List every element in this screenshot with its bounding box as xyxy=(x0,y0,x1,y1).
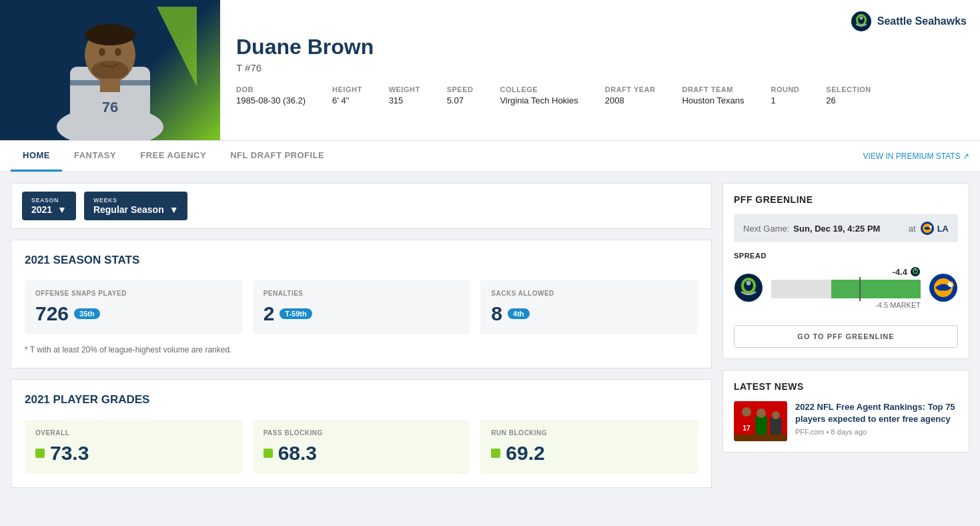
greenline-card: PFF GREENLINE Next Game: Sun, Dec 19, 4:… xyxy=(722,183,969,359)
meta-selection: SELECTION 26 xyxy=(826,85,871,105)
svg-point-8 xyxy=(85,24,135,45)
seahawks-spread-logo xyxy=(734,273,763,302)
seahawks-logo-icon xyxy=(851,11,872,32)
stat-sacks-allowed: SACKS ALLOWED 8 4th xyxy=(480,280,698,334)
spread-section: SPREAD -4.4 xyxy=(734,252,958,309)
meta-weight: WEIGHT 315 xyxy=(389,85,420,105)
sacks-rank-badge: 4th xyxy=(508,308,530,319)
latest-news-title: LATEST NEWS xyxy=(734,381,958,392)
navigation-tabs: HOME FANTASY FREE AGENCY NFL DRAFT PROFI… xyxy=(0,141,980,172)
team-badge[interactable]: Seattle Seahawks xyxy=(851,11,967,32)
season-dropdown-arrow: ▼ xyxy=(57,204,67,215)
svg-point-36 xyxy=(772,411,780,419)
stats-grid: OFFENSE SNAPS PLAYED 726 35th PENALTIES … xyxy=(25,280,698,334)
rams-logo-icon xyxy=(920,221,935,236)
left-panel: SEASON 2021 ▼ WEEKS Regular Season ▼ 202… xyxy=(11,183,712,488)
season-dropdown[interactable]: SEASON 2021 ▼ xyxy=(22,192,76,220)
tab-home[interactable]: HOME xyxy=(11,141,62,172)
next-game-bar: Next Game: Sun, Dec 19, 4:25 PM at LA xyxy=(734,214,958,242)
run-block-grade-dot xyxy=(491,449,500,458)
spread-market-label: -4.5 MARKET xyxy=(771,301,921,309)
news-headline: 2022 NFL Free Agent Rankings: Top 75 pla… xyxy=(795,401,958,425)
svg-point-34 xyxy=(757,409,766,418)
grade-run-blocking: RUN BLOCKING 69.2 xyxy=(480,420,698,474)
player-meta: DOB 1985-08-30 (36.2) HEIGHT 6' 4" WEIGH… xyxy=(236,85,964,105)
tab-nfl-draft-profile[interactable]: NFL DRAFT PROFILE xyxy=(218,141,336,172)
grade-overall: OVERALL 73.3 xyxy=(25,420,242,474)
svg-rect-35 xyxy=(770,418,782,435)
season-stats-card: 2021 SEASON STATS OFFENSE SNAPS PLAYED 7… xyxy=(11,240,712,368)
svg-marker-0 xyxy=(157,7,197,87)
meta-draft-team: DRAFT TEAM Houston Texans xyxy=(682,85,744,105)
rams-spread-logo xyxy=(929,273,958,302)
right-panel: PFF GREENLINE Next Game: Sun, Dec 19, 4:… xyxy=(722,183,969,488)
svg-point-6 xyxy=(115,48,121,56)
meta-dob: DOB 1985-08-30 (36.2) xyxy=(236,85,306,105)
main-content: SEASON 2021 ▼ WEEKS Regular Season ▼ 202… xyxy=(0,172,980,499)
spread-bar-container: -4.4 - xyxy=(734,266,958,309)
meta-round: ROUND 1 xyxy=(771,85,799,105)
svg-point-17 xyxy=(929,226,932,228)
penalties-rank-badge: T-59th xyxy=(280,308,312,319)
svg-rect-9 xyxy=(100,79,120,92)
svg-text:76: 76 xyxy=(102,99,118,115)
season-stats-title: 2021 SEASON STATS xyxy=(25,254,698,267)
meta-speed: SPEED 5.07 xyxy=(447,85,474,105)
svg-text:17: 17 xyxy=(743,425,751,432)
team-name: Seattle Seahawks xyxy=(877,15,967,27)
news-text: 2022 NFL Free Agent Rankings: Top 75 pla… xyxy=(795,401,958,436)
svg-point-25 xyxy=(915,269,916,270)
player-position: T #76 xyxy=(236,62,964,73)
player-silhouette-svg: 76 xyxy=(23,7,197,140)
player-header: 76 Duane Brown T #76 DOB 1985-08-30 (36.… xyxy=(0,0,980,141)
news-item[interactable]: 17 2022 NFL Free Agent Rankings: Top 75 … xyxy=(734,401,958,441)
news-source: PFF.com • 8 days ago xyxy=(795,428,958,436)
news-thumbnail: 17 xyxy=(734,401,787,441)
greenline-title: PFF GREENLINE xyxy=(734,194,958,205)
player-name: Duane Brown xyxy=(236,35,964,59)
player-photo-container: 76 xyxy=(0,0,220,140)
weeks-dropdown[interactable]: WEEKS Regular Season ▼ xyxy=(84,192,188,220)
filter-row: SEASON 2021 ▼ WEEKS Regular Season ▼ xyxy=(11,183,712,229)
spread-divider xyxy=(859,277,861,301)
player-grades-title: 2021 PLAYER GRADES xyxy=(25,393,698,407)
latest-news-card: LATEST NEWS 17 xyxy=(722,370,969,453)
svg-point-21 xyxy=(747,281,751,286)
spread-bar-fill xyxy=(831,280,921,298)
grades-grid: OVERALL 73.3 PASS BLOCKING 68.3 RUN BLOC… xyxy=(25,420,698,474)
premium-stats-link[interactable]: VIEW IN PREMIUM STATS ↗ xyxy=(863,152,969,161)
tab-fantasy[interactable]: FANTASY xyxy=(62,141,128,172)
pass-block-grade-dot xyxy=(264,449,273,458)
meta-college: COLLEGE Virginia Tech Hokies xyxy=(500,85,578,105)
meta-height: HEIGHT 6' 4" xyxy=(332,85,362,105)
svg-point-7 xyxy=(91,61,129,79)
stats-note: * T with at least 20% of league-highest … xyxy=(25,345,698,354)
spread-bar xyxy=(771,280,921,298)
weeks-dropdown-arrow: ▼ xyxy=(169,204,179,215)
snaps-rank-badge: 35th xyxy=(74,308,100,319)
go-to-greenline-button[interactable]: GO TO PFF GREENLINE xyxy=(734,325,958,348)
svg-rect-33 xyxy=(755,416,767,435)
opponent-team: LA xyxy=(920,221,949,236)
overall-grade-dot xyxy=(35,449,45,458)
grade-pass-blocking: PASS BLOCKING 68.3 xyxy=(253,420,470,474)
stat-penalties: PENALTIES 2 T-59th xyxy=(253,280,470,334)
player-grades-card: 2021 PLAYER GRADES OVERALL 73.3 PASS BLO… xyxy=(11,379,712,488)
news-thumb-svg: 17 xyxy=(734,401,787,441)
svg-rect-37 xyxy=(734,435,787,441)
meta-draft-year: DRAFT YEAR 2008 xyxy=(605,85,656,105)
svg-point-5 xyxy=(99,48,105,56)
stat-offense-snaps: OFFENSE SNAPS PLAYED 726 35th xyxy=(25,280,242,334)
svg-point-31 xyxy=(742,407,751,417)
spread-seahawks-icon xyxy=(910,266,921,277)
svg-point-14 xyxy=(859,17,863,20)
spread-bar-wrap: -4.4 - xyxy=(771,266,921,309)
tab-free-agency[interactable]: FREE AGENCY xyxy=(128,141,218,172)
